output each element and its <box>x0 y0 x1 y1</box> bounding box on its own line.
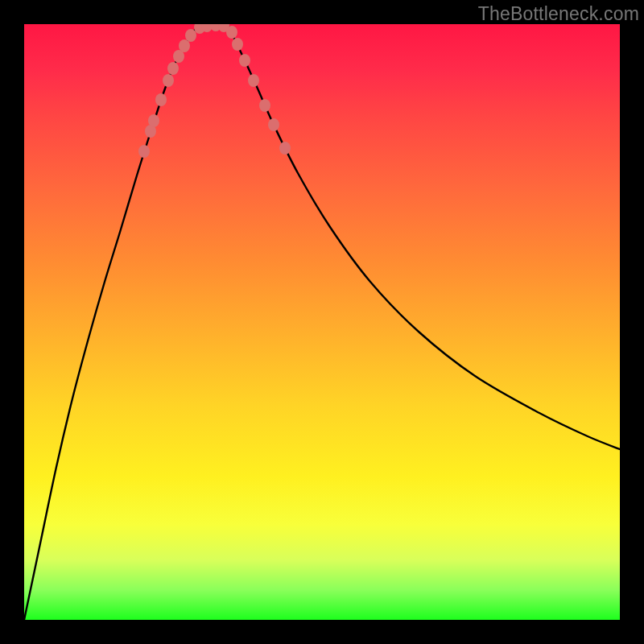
marker-left-4 <box>163 74 174 87</box>
curve-right-branch <box>229 27 620 449</box>
marker-right-5 <box>268 118 279 131</box>
marker-right-1 <box>232 38 243 51</box>
marker-right-4 <box>259 99 270 112</box>
marker-left-3 <box>155 93 167 106</box>
marker-left-5 <box>167 62 179 75</box>
marker-left-2 <box>148 114 159 127</box>
marker-right-3 <box>248 74 259 87</box>
marker-left-7 <box>179 39 190 52</box>
curve-svg <box>24 24 620 620</box>
plot-area <box>24 24 620 620</box>
marker-left-8 <box>185 29 196 42</box>
watermark-text: TheBottleneck.com <box>478 3 639 25</box>
curve-left-branch <box>24 27 197 620</box>
marker-right-0 <box>226 26 237 39</box>
marker-right-2 <box>239 54 250 67</box>
marker-right-6 <box>279 142 291 155</box>
marker-left-0 <box>138 145 150 158</box>
chart-container: TheBottleneck.com <box>0 0 644 644</box>
